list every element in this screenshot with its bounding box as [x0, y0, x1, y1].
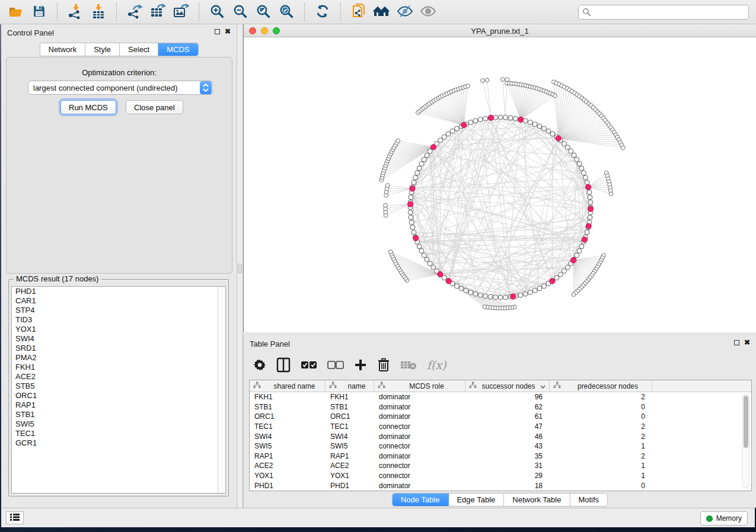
table-row[interactable]: SWI4SWI4dominator462 [250, 431, 751, 441]
fit-selected-button[interactable] [277, 3, 295, 21]
open-file-button[interactable] [7, 3, 25, 21]
mcds-result-item[interactable]: TEC1 [12, 429, 225, 438]
table-row[interactable]: TEC1TEC1connector472 [250, 422, 751, 432]
mcds-result-item[interactable]: PHD1 [12, 287, 225, 296]
zoom-out-button[interactable] [231, 3, 249, 21]
tab-mcds[interactable]: MCDS [158, 43, 197, 56]
table-row[interactable]: SWI5SWI5connector431 [250, 441, 751, 451]
column-header-name[interactable]: name [326, 380, 374, 392]
hide-selected-button[interactable] [396, 3, 414, 21]
memory-label: Memory [716, 514, 742, 523]
column-header-shared-name[interactable]: shared name [250, 380, 326, 392]
fit-content-button[interactable] [254, 3, 272, 21]
houses-button[interactable] [373, 3, 391, 21]
mcds-result-item[interactable]: FKH1 [12, 363, 225, 372]
import-table-button[interactable] [90, 3, 107, 21]
column-header-predecessor-nodes[interactable]: predecessor nodes [550, 380, 652, 392]
table-cell: FKH1 [250, 393, 326, 401]
mcds-result-item[interactable]: GCR1 [12, 438, 225, 448]
table-row[interactable]: STB1STB1dominator620 [250, 402, 751, 412]
table-cell: 0 [550, 482, 652, 490]
network-window-titlebar[interactable]: YPA_prune.txt_1 [243, 24, 756, 37]
mcds-result-item[interactable]: YOX1 [12, 325, 225, 334]
close-panel-icon[interactable]: ✖ [225, 28, 231, 34]
task-history-button[interactable] [6, 511, 24, 524]
network-view-canvas[interactable] [243, 37, 756, 332]
table-row[interactable]: FKH1FKH1dominator962 [250, 392, 751, 402]
tab-style[interactable]: Style [85, 43, 120, 56]
column-header-successor-nodes[interactable]: successor nodes [465, 380, 550, 392]
unselect-all-columns-icon[interactable] [327, 361, 344, 369]
table-cell: PHD1 [250, 482, 326, 490]
node-table-body: FKH1FKH1dominator962STB1STB1dominator620… [250, 392, 751, 491]
toolbar-separator [340, 3, 341, 21]
table-row[interactable]: ORC1ORC1dominator610 [250, 412, 751, 422]
share-document-button[interactable] [350, 3, 368, 21]
delete-column-icon[interactable] [377, 358, 390, 372]
zoom-out-icon [232, 4, 248, 21]
node-table[interactable]: shared namenameMCDS rolesuccessor nodesp… [249, 380, 752, 491]
eye-slash-icon [396, 4, 414, 20]
table-cell: 35 [465, 452, 550, 460]
mcds-result-item[interactable]: ORC1 [12, 391, 225, 400]
run-mcds-button[interactable]: Run MCDS [60, 100, 116, 114]
mcds-result-item[interactable]: RAP1 [12, 400, 225, 410]
splitter-grip[interactable] [238, 264, 242, 273]
column-header-label: MCDS role [388, 382, 465, 390]
apply-layout-button[interactable] [314, 3, 331, 21]
mcds-result-item[interactable]: SRD1 [12, 344, 225, 353]
column-type-icon [253, 382, 261, 390]
mcds-result-item[interactable]: STB5 [12, 382, 225, 391]
close-panel-button[interactable]: Close panel [126, 100, 183, 114]
mcds-list-scrollbar[interactable] [218, 287, 225, 493]
table-row[interactable]: PHD1PHD1dominator180 [250, 480, 751, 491]
mcds-result-item[interactable]: STB1 [12, 410, 225, 419]
save-session-button[interactable] [30, 3, 48, 21]
mcds-result-item[interactable]: PMA2 [12, 353, 225, 363]
tab-motifs[interactable]: Motifs [570, 493, 607, 506]
search-input[interactable] [578, 5, 749, 20]
mcds-result-item[interactable]: CAR1 [12, 296, 225, 306]
table-scrollbar-thumb[interactable] [744, 396, 748, 448]
table-cell: ACE2 [250, 462, 326, 470]
status-bar: Memory [1, 508, 755, 527]
memory-button[interactable]: Memory [700, 511, 748, 525]
tab-edge-table[interactable]: Edge Table [448, 493, 504, 506]
tab-select[interactable]: Select [120, 43, 158, 56]
vertical-splitter[interactable] [237, 24, 243, 508]
show-all-button[interactable] [419, 3, 437, 21]
close-panel-icon[interactable]: ✖ [744, 339, 750, 345]
mcds-result-list[interactable]: PHD1CAR1STP4TID3YOX1SWI4SRD1PMA2FKH1ACE2… [11, 286, 226, 493]
add-column-icon[interactable] [354, 358, 367, 371]
mcds-result-item[interactable]: STP4 [12, 306, 225, 315]
tab-network[interactable]: Network [40, 43, 85, 56]
import-network-button[interactable] [66, 3, 84, 21]
network-graph[interactable] [244, 37, 756, 332]
table-row[interactable]: RAP1RAP1dominator352 [250, 451, 751, 462]
select-all-columns-icon[interactable] [301, 361, 317, 369]
tab-node-table[interactable]: Node Table [393, 493, 449, 506]
split-columns-icon[interactable] [276, 357, 291, 373]
export-image-button[interactable] [172, 3, 190, 21]
float-panel-icon[interactable] [734, 340, 739, 345]
float-panel-icon[interactable] [215, 29, 220, 34]
table-settings-button[interactable] [253, 358, 266, 371]
export-network-button[interactable] [126, 3, 143, 21]
column-header-mcds-role[interactable]: MCDS role [374, 380, 465, 392]
table-row[interactable]: ACE2ACE2connector311 [250, 461, 751, 471]
table-scrollbar[interactable] [742, 394, 749, 488]
mcds-result-item[interactable]: SWI5 [12, 419, 225, 429]
export-table-button[interactable] [149, 3, 167, 21]
mcds-result-item[interactable]: ACE2 [12, 372, 225, 382]
mcds-result-item[interactable]: TID3 [12, 315, 225, 325]
tab-network-table[interactable]: Network Table [504, 493, 570, 506]
table-row[interactable]: YOX1YOX1connector291 [250, 471, 751, 481]
table-cell: 62 [465, 403, 550, 411]
mcds-result-item[interactable]: SWI4 [12, 334, 225, 344]
table-cell: SWI4 [326, 432, 374, 441]
optimization-criterion-select[interactable]: largest connected component (undirected) [28, 81, 213, 95]
table-panel: Table Panel ✖ f(x) shared namenameMCDS [243, 335, 756, 508]
zoom-in-button[interactable] [208, 3, 226, 21]
delete-table-icon [400, 360, 417, 370]
column-type-icon [469, 382, 477, 390]
